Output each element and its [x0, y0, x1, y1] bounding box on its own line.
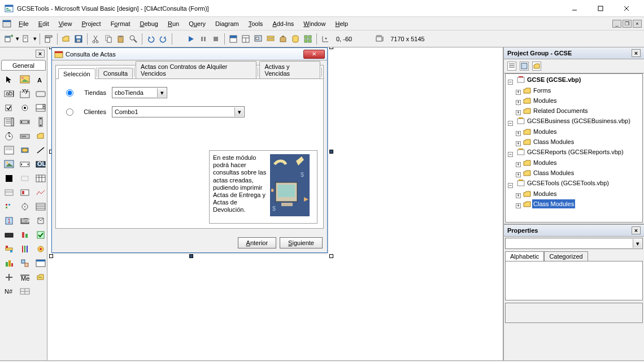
menu-edit[interactable]: Edit [34, 19, 54, 28]
paste-button[interactable] [115, 33, 127, 45]
tree-toggle[interactable]: − [508, 152, 513, 157]
line-tool[interactable] [33, 143, 47, 156]
custom-tool-12[interactable] [33, 214, 47, 227]
add-project-dropdown[interactable]: ▾ [15, 33, 20, 45]
toolbox-button[interactable] [277, 33, 289, 45]
chevron-down-icon[interactable]: ▾ [633, 239, 642, 248]
checkbox-tool[interactable] [2, 101, 16, 114]
menu-tools[interactable]: Tools [244, 19, 268, 28]
object-browser-button[interactable] [264, 33, 277, 45]
picturebox-tool[interactable] [18, 73, 32, 86]
find-button[interactable] [127, 33, 140, 45]
listbox-tool[interactable] [2, 115, 16, 128]
tab-alphabetic[interactable]: Alphabetic [505, 251, 544, 261]
menu-view[interactable]: View [54, 19, 77, 28]
component-manager-button[interactable] [302, 33, 314, 45]
tree-toggle[interactable]: + [516, 110, 521, 115]
mdi-minimize[interactable]: _ [612, 20, 621, 28]
chevron-down-icon[interactable]: ▾ [157, 88, 166, 97]
mdi-restore[interactable]: ❐ [623, 20, 632, 28]
folder-class-modules-selected[interactable]: Class Modules [522, 199, 576, 208]
custom-tool-13[interactable] [2, 228, 16, 241]
frame-tool[interactable]: xy [18, 87, 32, 100]
menu-diagram[interactable]: Diagram [211, 19, 243, 28]
add-project-button[interactable]: + [2, 33, 15, 45]
folder-modules[interactable]: Modules [522, 189, 559, 198]
toolbox-close-button[interactable]: × [36, 50, 45, 58]
image-tool[interactable] [2, 158, 16, 171]
tab-contratos-vencidos[interactable]: Actas con Contratos de Alquiler Vencidos [136, 61, 256, 78]
drivelistbox-tool[interactable] [18, 129, 32, 142]
tree-toggle[interactable]: − [508, 80, 513, 85]
custom-tool-11[interactable]: link [18, 214, 32, 227]
start-button[interactable] [185, 33, 197, 45]
shape-tool[interactable] [18, 143, 32, 156]
tree-toggle[interactable]: + [516, 141, 521, 146]
custom-tool-17[interactable] [18, 242, 32, 255]
form-titlebar[interactable]: Consulta de Actas ✕ [52, 48, 327, 60]
custom-tool-19[interactable] [2, 256, 16, 269]
tree-toggle[interactable]: + [516, 90, 521, 95]
menu-run[interactable]: Run [163, 19, 184, 28]
custom-tool-24[interactable] [33, 271, 47, 284]
menu-query[interactable]: Query [184, 19, 210, 28]
chevron-down-icon[interactable]: ▾ [234, 107, 243, 116]
custom-tool-7[interactable] [2, 200, 16, 213]
data-tool[interactable] [18, 158, 32, 171]
folder-forms[interactable]: Forms [522, 86, 553, 95]
textbox-tool[interactable]: ab| [2, 87, 16, 100]
dirlistbox-tool[interactable] [33, 129, 47, 142]
properties-grid[interactable] [505, 261, 643, 300]
combo-cliente[interactable]: Combo1 ▾ [112, 106, 245, 117]
tab-categorized[interactable]: Categorized [544, 251, 588, 261]
copy-button[interactable] [102, 33, 115, 45]
project-node-gcsereports[interactable]: GCSEReports (GCSEReports.vbp) [516, 147, 626, 156]
combobox-tool[interactable] [33, 101, 47, 114]
add-item-button[interactable] [20, 33, 32, 45]
radio-clientes[interactable] [66, 108, 73, 116]
properties-object-selector[interactable]: ▾ [505, 238, 643, 249]
folder-modules[interactable]: Modules [522, 158, 559, 167]
combo-tienda[interactable]: cboTienda ▾ [112, 87, 167, 98]
vscrollbar-tool[interactable] [33, 115, 47, 128]
custom-tool-5[interactable] [18, 186, 32, 199]
folder-class-modules[interactable]: Class Modules [522, 137, 576, 146]
custom-tool-3[interactable] [33, 172, 47, 185]
menu-format[interactable]: Format [106, 19, 135, 28]
maximize-button[interactable] [588, 0, 613, 17]
add-item-dropdown[interactable]: ▾ [32, 33, 37, 45]
custom-tool-23[interactable]: Mes [18, 271, 32, 284]
tree-toggle[interactable]: + [516, 193, 521, 198]
menu-file[interactable]: File [14, 19, 33, 28]
project-tree[interactable]: − GCSE (GCSE.vbp) +Forms +Modules +Relat… [505, 73, 643, 223]
folder-class-modules[interactable]: Class Modules [522, 168, 576, 177]
end-button[interactable] [210, 33, 222, 45]
tree-toggle[interactable]: + [516, 172, 521, 177]
anterior-button[interactable]: Anterior [238, 237, 277, 248]
tabstrip-control[interactable]: Selección Consulta Actas con Contratos d… [55, 65, 324, 229]
properties-window-button[interactable] [240, 33, 252, 45]
project-node-gcse[interactable]: GCSE (GCSE.vbp) [516, 75, 583, 84]
custom-tool-18[interactable] [33, 242, 47, 255]
tree-toggle[interactable]: + [516, 203, 521, 208]
tree-toggle[interactable]: + [516, 162, 521, 167]
custom-tool-14[interactable] [18, 228, 32, 241]
folder-related-docs[interactable]: Related Documents [522, 106, 590, 115]
properties-close[interactable]: × [632, 226, 641, 234]
custom-tool-15[interactable] [33, 228, 47, 241]
custom-tool-4[interactable] [2, 186, 16, 199]
menu-addins[interactable]: Add-Ins [268, 19, 298, 28]
undo-button[interactable] [145, 33, 157, 45]
radio-tiendas[interactable] [66, 89, 73, 97]
tree-toggle[interactable]: + [516, 100, 521, 105]
minimize-button[interactable] [562, 0, 588, 17]
cut-button[interactable] [90, 33, 102, 45]
menu-editor-button[interactable] [42, 33, 55, 45]
pointer-tool[interactable] [2, 73, 16, 86]
menu-debug[interactable]: Debug [135, 19, 162, 28]
save-button[interactable] [72, 33, 85, 45]
tree-toggle[interactable]: − [508, 121, 513, 126]
form-close-button[interactable]: ✕ [303, 50, 325, 59]
custom-tool-26[interactable] [18, 285, 32, 298]
siguiente-button[interactable]: Siguiente [280, 237, 323, 248]
